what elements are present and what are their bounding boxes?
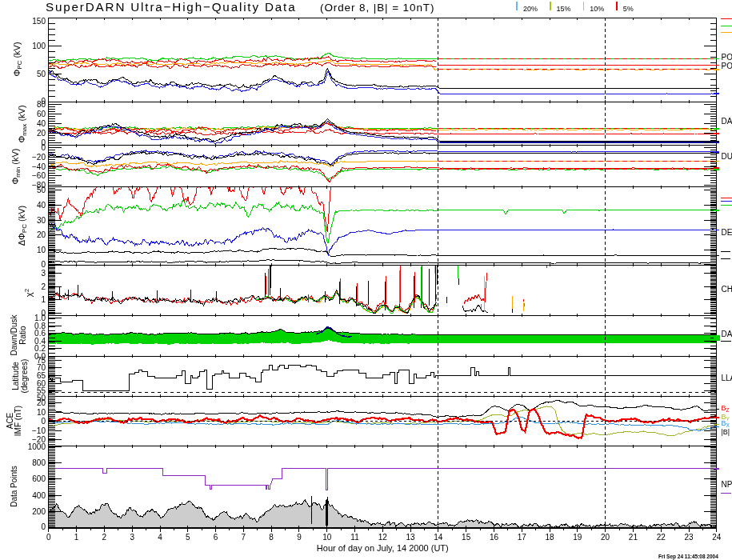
svg-text:20: 20 bbox=[37, 398, 46, 407]
svg-text:18: 18 bbox=[545, 533, 554, 542]
svg-text:16: 16 bbox=[490, 533, 499, 542]
svg-text:1: 1 bbox=[74, 533, 79, 542]
svg-text:20: 20 bbox=[37, 230, 46, 239]
svg-text:10: 10 bbox=[37, 246, 46, 254]
svg-text:Ratio: Ratio bbox=[18, 326, 27, 345]
svg-text:600: 600 bbox=[32, 474, 46, 483]
svg-text:15: 15 bbox=[462, 533, 471, 542]
svg-text:4: 4 bbox=[158, 533, 162, 542]
svg-text:21: 21 bbox=[629, 533, 638, 542]
svg-text:0: 0 bbox=[41, 260, 46, 269]
svg-text:30: 30 bbox=[37, 216, 46, 225]
svg-text:POT: POT bbox=[722, 62, 732, 70]
svg-text:−10: −10 bbox=[32, 426, 46, 435]
svg-text:CHI: CHI bbox=[722, 285, 732, 294]
svg-text:13: 13 bbox=[406, 533, 416, 542]
svg-text:200: 200 bbox=[32, 507, 46, 516]
svg-text:10: 10 bbox=[322, 533, 332, 542]
svg-text:(Order 8, |B| = 10nT): (Order 8, |B| = 10nT) bbox=[320, 2, 434, 14]
svg-text:0: 0 bbox=[41, 522, 46, 531]
svg-text:10: 10 bbox=[37, 408, 46, 417]
svg-text:|B|: |B| bbox=[722, 428, 730, 436]
svg-text:800: 800 bbox=[32, 458, 46, 467]
svg-text:50: 50 bbox=[37, 70, 46, 78]
svg-text:150: 150 bbox=[32, 17, 46, 26]
svg-text:Latitude: Latitude bbox=[11, 362, 20, 390]
svg-text:Hour of day on July, 14 2000 (: Hour of day on July, 14 2000 (UT) bbox=[317, 543, 449, 553]
svg-text:POT: POT bbox=[722, 53, 732, 62]
svg-text:8: 8 bbox=[269, 533, 274, 542]
svg-text:−20: −20 bbox=[32, 153, 46, 162]
svg-text:(degrees): (degrees) bbox=[20, 359, 29, 394]
svg-text:−60: −60 bbox=[32, 171, 46, 180]
svg-text:Data Points: Data Points bbox=[10, 466, 18, 507]
svg-text:12: 12 bbox=[378, 533, 388, 542]
svg-text:−40: −40 bbox=[32, 162, 46, 171]
svg-text:80: 80 bbox=[37, 100, 46, 109]
svg-text:400: 400 bbox=[32, 491, 46, 500]
svg-text:20: 20 bbox=[37, 129, 46, 138]
svg-text:IMF (nT): IMF (nT) bbox=[14, 406, 22, 436]
svg-text:6: 6 bbox=[214, 533, 218, 542]
svg-text:0: 0 bbox=[41, 143, 46, 152]
svg-text:0: 0 bbox=[41, 417, 46, 426]
svg-text:40: 40 bbox=[37, 201, 46, 210]
svg-text:SuperDARN Ultra−High−Quality D: SuperDARN Ultra−High−Quality Data bbox=[46, 0, 296, 14]
svg-text:40: 40 bbox=[37, 119, 46, 128]
svg-text:19: 19 bbox=[573, 533, 582, 542]
svg-text:3: 3 bbox=[130, 533, 134, 542]
svg-text:3: 3 bbox=[41, 269, 46, 278]
svg-text:1000: 1000 bbox=[28, 442, 46, 451]
svg-text:0: 0 bbox=[46, 533, 51, 542]
svg-text:10%: 10% bbox=[590, 5, 604, 13]
svg-text:2: 2 bbox=[41, 282, 46, 291]
svg-text:24: 24 bbox=[712, 533, 722, 542]
svg-text:5%: 5% bbox=[623, 5, 634, 13]
svg-text:Φmax (kV): Φmax (kV) bbox=[17, 105, 28, 142]
svg-text:Φmin (kV): Φmin (kV) bbox=[10, 149, 22, 185]
svg-text:50: 50 bbox=[37, 186, 46, 194]
svg-text:20%: 20% bbox=[523, 5, 538, 13]
svg-text:100: 100 bbox=[32, 42, 46, 50]
svg-text:DUSK: DUSK bbox=[722, 152, 732, 161]
svg-text:17: 17 bbox=[518, 533, 527, 542]
svg-text:2: 2 bbox=[102, 533, 107, 542]
svg-text:23: 23 bbox=[684, 533, 694, 542]
svg-text:9: 9 bbox=[297, 533, 302, 542]
svg-text:11: 11 bbox=[350, 533, 359, 542]
svg-text:60: 60 bbox=[37, 110, 46, 118]
svg-text:DAWN: DAWN bbox=[722, 117, 732, 126]
svg-text:20: 20 bbox=[601, 533, 610, 542]
svg-text:DELT: DELT bbox=[722, 228, 732, 237]
svg-text:1: 1 bbox=[41, 295, 46, 304]
svg-text:LLAT: LLAT bbox=[722, 374, 732, 382]
svg-text:22: 22 bbox=[657, 533, 666, 542]
svg-text:15%: 15% bbox=[557, 5, 571, 13]
svg-text:ΦPC (kV): ΦPC (kV) bbox=[12, 42, 23, 76]
svg-text:7: 7 bbox=[242, 533, 246, 542]
svg-text:DAY: DAY bbox=[722, 330, 732, 338]
svg-text:5: 5 bbox=[186, 533, 190, 542]
svg-text:Fri Sep 24 11:45:08 2004: Fri Sep 24 11:45:08 2004 bbox=[658, 554, 718, 560]
svg-text:14: 14 bbox=[434, 533, 443, 542]
svg-text:Dawn/Dusk: Dawn/Dusk bbox=[10, 314, 18, 355]
svg-text:NP: NP bbox=[722, 480, 732, 489]
